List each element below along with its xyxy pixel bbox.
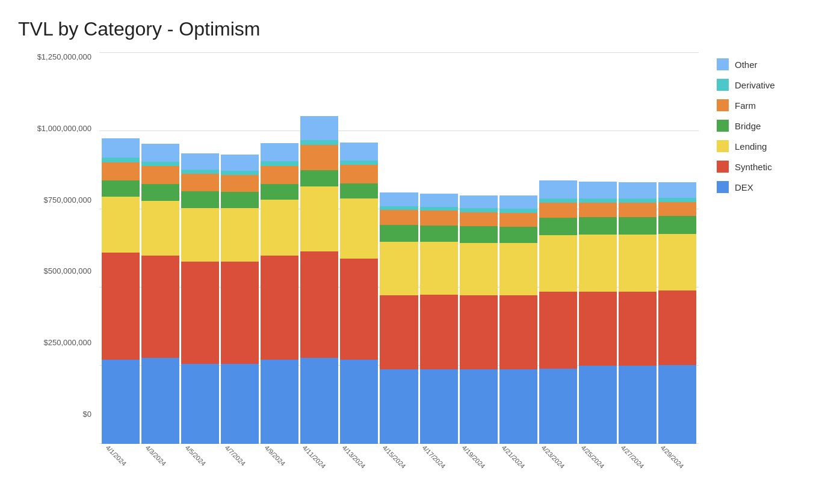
bar-segment-lending — [658, 234, 696, 290]
legend-swatch — [717, 99, 729, 111]
bar-segment-farm — [579, 203, 617, 217]
bar-group — [261, 52, 298, 444]
legend-item: Lending — [717, 140, 795, 152]
bar-group — [340, 52, 378, 444]
bar-segment-synthetic — [141, 256, 179, 358]
bar-group — [102, 52, 140, 444]
bar-segment-bridge — [579, 217, 617, 235]
x-axis-label: 4/3/2024 — [144, 444, 168, 467]
bar-segment-dex — [579, 366, 617, 444]
bar-segment-dex — [658, 365, 696, 444]
y-axis-label: $1,000,000,000 — [18, 124, 96, 133]
bar-group — [460, 52, 498, 444]
x-label-wrap: 4/1/2024 — [102, 444, 140, 451]
x-axis-label: 4/25/2024 — [580, 444, 605, 470]
bar-group — [619, 52, 657, 444]
bar-segment-derivative — [499, 209, 537, 213]
bar-segment-bridge — [300, 170, 338, 186]
bar-group — [499, 52, 537, 444]
bar-segment-lending — [340, 198, 378, 259]
bar-group — [539, 52, 577, 444]
bar-segment-lending — [102, 197, 140, 253]
chart-body: $0$250,000,000$500,000,000$750,000,000$1… — [18, 52, 801, 492]
bar-segment-bridge — [181, 191, 219, 208]
bar-segment-farm — [460, 212, 498, 227]
bar-segment-dex — [499, 369, 537, 444]
bar-segment-other — [579, 182, 617, 198]
legend-item: Synthetic — [717, 161, 795, 173]
bar-group — [658, 52, 696, 444]
legend-label: Other — [735, 60, 758, 70]
x-axis-label: 4/19/2024 — [460, 444, 486, 470]
bar-segment-bridge — [221, 192, 259, 208]
x-axis-label: 4/21/2024 — [500, 444, 526, 470]
y-axis-label: $1,250,000,000 — [18, 52, 96, 61]
bar-segment-other — [420, 194, 458, 207]
bar-segment-farm — [300, 145, 338, 171]
bar-segment-synthetic — [380, 295, 418, 369]
x-label-wrap: 4/3/2024 — [141, 444, 179, 451]
bar-segment-other — [181, 153, 219, 170]
bar-segment-bridge — [340, 183, 378, 198]
bar-segment-bridge — [420, 226, 458, 242]
legend-label: Bridge — [735, 121, 761, 131]
bar-segment-farm — [539, 203, 577, 218]
bar-segment-lending — [579, 235, 617, 292]
bar-segment-dex — [141, 358, 179, 444]
bar-segment-farm — [380, 210, 418, 225]
bar-segment-other — [380, 192, 418, 206]
bar-segment-lending — [460, 243, 498, 295]
bar-segment-derivative — [261, 161, 298, 166]
legend-swatch — [717, 79, 729, 91]
bar-segment-synthetic — [539, 292, 577, 369]
bar-segment-derivative — [579, 198, 617, 203]
bar-segment-synthetic — [579, 292, 617, 366]
grid-and-bars — [99, 52, 699, 444]
x-label-wrap: 4/19/2024 — [460, 444, 498, 451]
bar-segment-farm — [340, 165, 378, 183]
x-axis-label: 4/5/2024 — [184, 444, 208, 467]
x-label-wrap: 4/11/2024 — [300, 444, 338, 451]
bar-segment-synthetic — [221, 262, 259, 364]
x-axis-label: 4/1/2024 — [105, 444, 128, 467]
bar-segment-other — [221, 155, 259, 171]
bar-segment-other — [658, 182, 696, 198]
x-label-wrap: 4/23/2024 — [539, 444, 577, 451]
x-axis-label: 4/17/2024 — [421, 444, 447, 470]
x-label-wrap: 4/9/2024 — [261, 444, 298, 451]
bar-group — [420, 52, 458, 444]
bar-segment-bridge — [499, 227, 537, 243]
bar-segment-farm — [420, 211, 458, 225]
bar-segment-farm — [261, 166, 298, 184]
bar-segment-lending — [420, 242, 458, 295]
bar-segment-other — [340, 143, 378, 161]
bar-segment-dex — [420, 369, 458, 444]
bar-group — [300, 52, 338, 444]
bar-segment-derivative — [141, 162, 179, 166]
legend-item: Derivative — [717, 79, 795, 91]
bar-segment-derivative — [300, 140, 338, 145]
y-axis-label: $250,000,000 — [18, 338, 96, 347]
bar-segment-bridge — [141, 184, 179, 201]
y-axis-label: $750,000,000 — [18, 195, 96, 204]
bar-segment-dex — [300, 358, 338, 444]
x-axis: 4/1/20244/3/20244/5/20244/7/20244/9/2024… — [99, 444, 699, 492]
bar-segment-other — [460, 195, 498, 209]
x-axis-label: 4/13/2024 — [341, 444, 367, 470]
x-axis-label: 4/29/2024 — [659, 444, 685, 470]
bar-segment-dex — [539, 369, 577, 444]
bar-segment-derivative — [539, 198, 577, 203]
bar-segment-farm — [658, 202, 696, 216]
bar-segment-lending — [619, 235, 657, 292]
bar-segment-farm — [619, 203, 657, 217]
bar-segment-synthetic — [460, 295, 498, 369]
bar-segment-derivative — [221, 171, 259, 175]
legend-swatch — [717, 181, 729, 193]
bar-segment-bridge — [380, 225, 418, 242]
x-label-wrap: 4/21/2024 — [499, 444, 537, 451]
bar-segment-synthetic — [181, 262, 219, 364]
bar-segment-derivative — [102, 158, 140, 162]
legend-label: Lending — [735, 141, 767, 152]
x-label-wrap: 4/13/2024 — [340, 444, 378, 451]
bar-segment-other — [539, 180, 577, 198]
